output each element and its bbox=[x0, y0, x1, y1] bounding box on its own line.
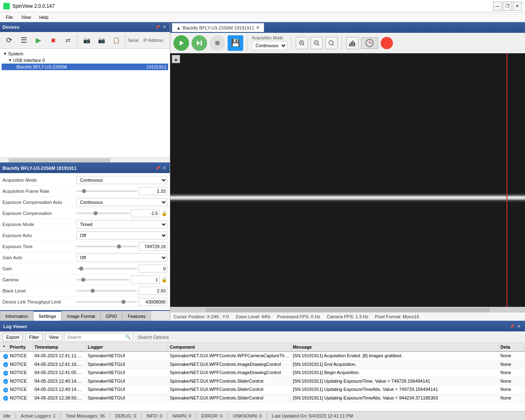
tree-system[interactable]: ▼ System bbox=[2, 50, 168, 57]
tree-camera-serial: 19191911 bbox=[146, 64, 167, 69]
zoom-in-button[interactable] bbox=[296, 37, 308, 49]
props-title: Blackfly BFLY-U3-23S6M 19191911 bbox=[2, 166, 77, 171]
log-detail: None bbox=[499, 395, 523, 402]
tab-information[interactable]: Information bbox=[0, 311, 33, 321]
gain-auto-select[interactable]: Off bbox=[76, 253, 167, 262]
log-row[interactable]: i NOTICE 04-05-2023 12:41:11.353 Spinnak… bbox=[0, 352, 525, 361]
tab-features[interactable]: Features bbox=[122, 311, 151, 321]
gain-slider[interactable] bbox=[76, 268, 137, 269]
fps-button[interactable] bbox=[361, 37, 378, 49]
throughput-value[interactable] bbox=[139, 298, 167, 306]
camera-tab-collapse-icon: ▲ bbox=[176, 25, 181, 30]
exp-comp-slider[interactable] bbox=[76, 212, 129, 214]
minimize-button[interactable]: — bbox=[493, 2, 502, 11]
black-level-slider[interactable] bbox=[76, 290, 137, 292]
zoom-fit-button[interactable] bbox=[325, 37, 338, 49]
exp-comp-auto-select[interactable]: Continuous bbox=[76, 198, 167, 206]
prop-control-throughput bbox=[76, 298, 167, 306]
log-table: * Priority Timestamp Logger Component Me… bbox=[0, 343, 525, 411]
cam-play-button[interactable] bbox=[173, 35, 189, 51]
play-button[interactable]: ▶ bbox=[32, 34, 45, 47]
main-container: Devices 📌 ✕ ⟳ ☰ ▶ ■ bbox=[0, 22, 525, 420]
throughput-slider[interactable] bbox=[76, 301, 137, 303]
log-row[interactable]: i NOTICE 04-05-2023 12:41:05.630 Spinnak… bbox=[0, 369, 525, 377]
search-options-label[interactable]: Search Options bbox=[135, 334, 171, 340]
network-button[interactable]: ⇄ bbox=[62, 34, 75, 47]
log-row[interactable]: i NOTICE 04-05-2023 12:38:50.978 Spinnak… bbox=[0, 394, 525, 403]
log-row[interactable]: i NOTICE 04-05-2023 12:41:10.807 Spinnak… bbox=[0, 361, 525, 369]
log-row-icon: i bbox=[3, 371, 8, 376]
gain-value[interactable] bbox=[139, 265, 167, 273]
devices-title: Devices bbox=[2, 25, 20, 30]
frame-rate-slider[interactable] bbox=[76, 190, 137, 192]
log-priority: NOTICE bbox=[8, 395, 33, 402]
log-priority: NOTICE bbox=[8, 378, 33, 385]
script-button[interactable]: 📋 bbox=[110, 34, 123, 47]
exp-time-slider[interactable] bbox=[76, 246, 137, 247]
black-level-value[interactable] bbox=[139, 287, 167, 295]
log-priority: NOTICE bbox=[8, 361, 33, 368]
refresh-button[interactable]: ⟳ bbox=[2, 34, 16, 47]
props-pin-btn[interactable]: 📌 bbox=[155, 165, 160, 171]
log-filter-button[interactable]: Filter bbox=[25, 333, 43, 341]
gamma-slider[interactable] bbox=[76, 279, 129, 281]
frame-rate-value[interactable] bbox=[139, 187, 167, 195]
cam-play-next-button[interactable] bbox=[192, 35, 207, 51]
col-timestamp: Timestamp bbox=[33, 344, 86, 350]
col-message: Message bbox=[291, 344, 499, 350]
props-header-controls: 📌 ✕ bbox=[155, 165, 167, 171]
log-close-btn[interactable]: ✕ bbox=[516, 324, 522, 329]
tree-scrollbar[interactable] bbox=[0, 158, 170, 162]
menu-view[interactable]: View bbox=[17, 12, 35, 22]
panel-pin-btn[interactable]: 📌 bbox=[155, 24, 160, 30]
menu-help[interactable]: Help bbox=[35, 12, 52, 22]
props-close-btn[interactable]: ✕ bbox=[162, 165, 167, 171]
camera-add-button[interactable]: 📷 bbox=[95, 34, 108, 47]
stop-button[interactable]: ■ bbox=[47, 34, 60, 47]
log-row-icon: i bbox=[3, 354, 8, 359]
tab-image-format[interactable]: Image Format bbox=[62, 311, 100, 321]
log-row[interactable]: i NOTICE 04-05-2023 12:40:14.967 Spinnak… bbox=[0, 386, 525, 394]
usb-camera-button[interactable]: 📷 bbox=[80, 34, 93, 47]
tab-gpio[interactable]: GPIO bbox=[100, 311, 123, 321]
log-export-button[interactable]: Export bbox=[2, 333, 23, 341]
camera-tab-close-icon[interactable]: ✕ bbox=[256, 25, 260, 30]
gamma-value[interactable] bbox=[131, 276, 160, 284]
log-row[interactable]: i NOTICE 04-05-2023 12:40:14.971 Spinnak… bbox=[0, 377, 525, 386]
camera-collapse-button[interactable]: ▲ bbox=[172, 55, 180, 63]
exp-comp-value[interactable] bbox=[131, 209, 160, 217]
log-row-icon: i bbox=[3, 362, 8, 367]
menubar: File View Help bbox=[0, 12, 525, 22]
zoom-out-button[interactable] bbox=[310, 37, 323, 49]
cam-stop-button[interactable] bbox=[210, 35, 225, 51]
chart-button[interactable] bbox=[346, 37, 358, 49]
list-view-button[interactable]: ☰ bbox=[17, 34, 30, 47]
tree-camera[interactable]: Blackfly BFLY-U3-23S6M 19191911 bbox=[2, 64, 168, 70]
titlebar-left: SpinView 2.0.0.147 bbox=[3, 3, 55, 9]
tab-settings[interactable]: Settings bbox=[33, 311, 62, 321]
exp-auto-select[interactable]: Off bbox=[76, 231, 167, 240]
acq-mode-label: Acquisition Mode bbox=[252, 36, 287, 40]
props-tab-bar: Information Settings Image Format GPIO F… bbox=[0, 310, 170, 321]
prop-label-frame-rate: Acquisition Frame Rate bbox=[2, 189, 76, 194]
cam-acq-mode-select[interactable]: Continuous bbox=[252, 41, 287, 50]
maximize-button[interactable]: ❐ bbox=[503, 2, 512, 11]
acq-mode-select[interactable]: Continuous bbox=[76, 176, 167, 184]
record-button[interactable] bbox=[381, 37, 393, 49]
camera-h-scrollbar[interactable] bbox=[170, 307, 525, 312]
tree-usb-interface[interactable]: ▼ USB Interface 0 bbox=[2, 57, 168, 64]
camera-tab-main[interactable]: ▲ Blackfly BFLY-U3-23S6M 19191911 ✕ bbox=[172, 23, 264, 32]
exp-time-value[interactable] bbox=[139, 242, 167, 251]
device-tree[interactable]: ▼ System ▼ USB Interface 0 Blackfly BFLY… bbox=[0, 49, 170, 158]
prop-control-exp-comp-auto: Continuous bbox=[76, 198, 167, 206]
exp-mode-select[interactable]: Timed bbox=[76, 220, 167, 228]
log-search-input[interactable] bbox=[67, 335, 124, 340]
prop-control-gamma: 🔒 bbox=[76, 276, 167, 284]
menu-file[interactable]: File bbox=[2, 12, 17, 22]
cam-save-button[interactable]: 💾 bbox=[228, 35, 243, 51]
status-sep6 bbox=[196, 413, 196, 419]
close-button[interactable]: ✕ bbox=[513, 2, 522, 11]
log-view-button[interactable]: View bbox=[45, 333, 62, 341]
panel-close-btn[interactable]: ✕ bbox=[162, 24, 167, 30]
log-pin-btn[interactable]: 📌 bbox=[509, 324, 515, 329]
